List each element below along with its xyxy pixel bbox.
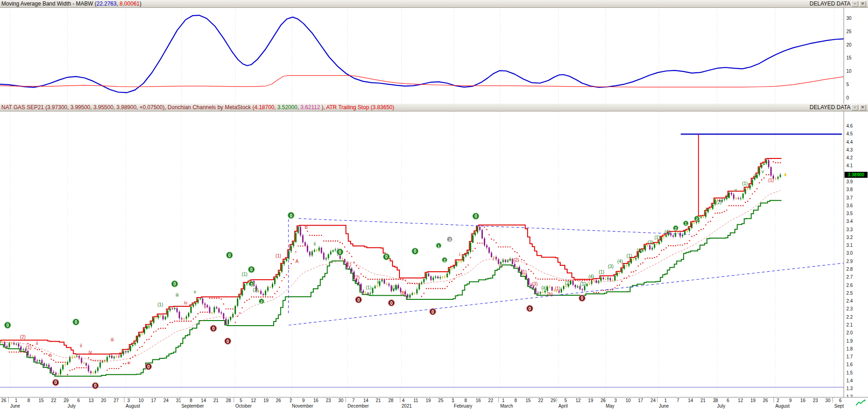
- indicator-panel-header[interactable]: Moving Average Band Width - MABW (22.276…: [0, 0, 868, 8]
- week-label: 5: [240, 398, 242, 403]
- ytick-label: 25: [846, 29, 851, 34]
- svg-text:iv: iv: [119, 351, 122, 356]
- svg-text:(2): (2): [20, 334, 25, 339]
- svg-text:0: 0: [54, 380, 57, 385]
- close-icon[interactable]: ✕: [859, 1, 866, 7]
- month-tick: [400, 397, 400, 403]
- week-label: 19: [426, 398, 431, 403]
- svg-text:(1): (1): [627, 253, 632, 258]
- week-label: 24: [651, 398, 656, 403]
- ytick-label: 3.0: [846, 251, 853, 256]
- svg-text:ii: ii: [314, 241, 316, 246]
- ytick-label: 4.4: [846, 140, 853, 145]
- ytick-label: 2.8: [846, 267, 853, 272]
- svg-text:(3): (3): [648, 240, 653, 245]
- svg-text:iii: iii: [111, 337, 114, 342]
- ytick-label: 3.5: [846, 211, 853, 216]
- svg-text:0: 0: [147, 364, 150, 369]
- ytick-label: 30: [846, 16, 851, 21]
- ytick-label: 1.5: [846, 370, 853, 375]
- week-label: 14: [363, 398, 368, 403]
- svg-text:0: 0: [339, 250, 341, 255]
- week-label: 7: [677, 398, 680, 403]
- svg-text:2: 2: [260, 299, 263, 304]
- svg-text:(1): (1): [598, 269, 604, 275]
- ytick-label: 2.0: [846, 330, 853, 335]
- indicator-panel-title: Moving Average Band Width - MABW (22.276…: [1, 0, 141, 7]
- price-plot: 00000000000000000000(2)(1)iibiiiviiiivva…: [0, 111, 844, 397]
- svg-text:(4): (4): [588, 274, 594, 279]
- svg-text:ii: ii: [499, 263, 501, 268]
- week-label: 21: [700, 398, 705, 403]
- trend-arrow-icon[interactable]: [855, 399, 866, 407]
- svg-text:v: v: [128, 360, 130, 365]
- week-label: 19: [751, 398, 756, 403]
- week-label: 23: [813, 398, 818, 403]
- restore-icon[interactable]: ▫: [851, 105, 858, 111]
- week-label: 8: [27, 398, 30, 403]
- week-label: 3: [614, 398, 617, 403]
- ytick-label: 1.8: [846, 346, 853, 351]
- close-icon[interactable]: ✕: [859, 105, 866, 111]
- week-label: 15: [526, 398, 531, 403]
- week-label: 26: [276, 398, 281, 403]
- week-label: 14: [688, 398, 693, 403]
- symbol-label: NAT GAS SEP21: [1, 104, 46, 111]
- week-label: 7: [352, 398, 355, 403]
- month-label: July: [67, 403, 76, 409]
- svg-text:(3): (3): [532, 281, 538, 286]
- week-label: 22: [538, 398, 543, 403]
- ytick-label: 3.3: [846, 227, 853, 232]
- svg-text:ii: ii: [80, 343, 82, 348]
- ohlc-values: (3.97300, 3.99500, 3.95500, 3.98900, +0.…: [46, 104, 165, 111]
- week-label: 30: [338, 398, 343, 403]
- svg-text:0: 0: [173, 281, 176, 286]
- week-label: 6: [839, 398, 842, 403]
- month-tick: [833, 397, 833, 403]
- month-tick: [234, 397, 234, 403]
- svg-text:x: x: [204, 304, 206, 310]
- month-tick: [346, 397, 346, 403]
- mabw-y-axis: 302520151050: [844, 8, 868, 104]
- ytick-label: 1.6: [846, 362, 853, 367]
- month-tick: [499, 397, 499, 403]
- price-panel-header[interactable]: NAT GAS SEP21 (3.97300, 3.99500, 3.95500…: [0, 104, 868, 111]
- svg-text:(2): (2): [716, 200, 721, 205]
- week-label: 26: [763, 398, 768, 403]
- price-chart-area[interactable]: 00000000000000000000(2)(1)iibiiiviiiivva…: [0, 111, 844, 397]
- week-label: 19: [588, 398, 593, 403]
- week-label: 27: [113, 398, 118, 403]
- delayed-data-label: DELAYED DATA: [809, 0, 850, 7]
- week-label: 16: [475, 398, 481, 403]
- week-label: 9: [302, 398, 305, 403]
- svg-text:(1): (1): [742, 181, 748, 186]
- week-label: 23: [326, 398, 331, 403]
- week-label: 24: [164, 398, 169, 403]
- mabw-chart-area[interactable]: [0, 8, 844, 104]
- month-tick: [290, 397, 291, 403]
- month-label: 2021: [402, 403, 412, 409]
- svg-text:3: 3: [250, 282, 252, 286]
- donchian-mid-value: 3.62112: [300, 104, 320, 111]
- week-label: 10: [139, 398, 144, 403]
- svg-text:iv: iv: [88, 350, 92, 355]
- svg-text:v: v: [194, 289, 196, 294]
- svg-text:ii: ii: [36, 341, 38, 346]
- month-tick: [65, 397, 66, 403]
- svg-text:(1): (1): [580, 281, 586, 286]
- month-tick: [452, 397, 452, 403]
- svg-text:0: 0: [581, 296, 584, 301]
- month-label: Sept: [834, 403, 844, 409]
- mabw-value-red: 8.00061: [120, 0, 140, 7]
- svg-text:0: 0: [475, 214, 477, 219]
- week-label: 16: [800, 398, 805, 403]
- month-label: August: [775, 403, 790, 409]
- week-label: 30: [825, 398, 830, 403]
- svg-text:0: 0: [414, 249, 416, 254]
- week-label: 10: [626, 398, 631, 403]
- restore-icon[interactable]: ▫: [851, 1, 858, 7]
- ytick-label: 3.7: [846, 195, 853, 200]
- svg-text:(4): (4): [664, 229, 670, 234]
- svg-text:2: 2: [674, 226, 677, 231]
- ytick-label: 3.9: [846, 179, 853, 184]
